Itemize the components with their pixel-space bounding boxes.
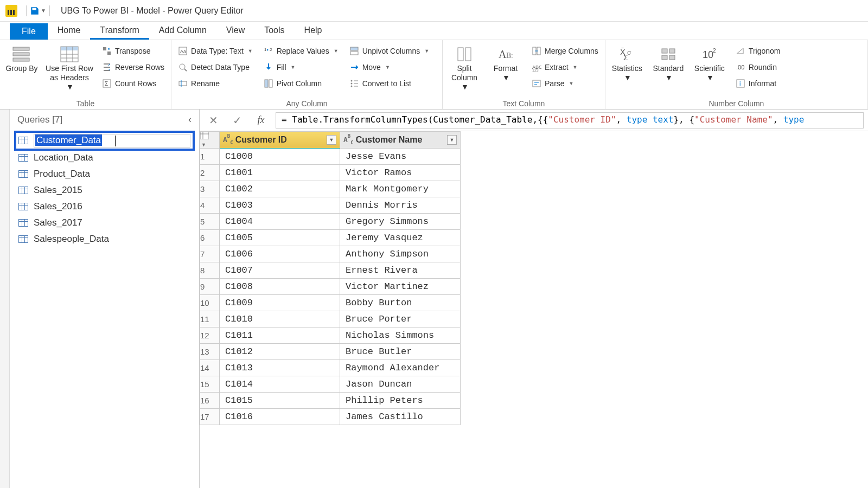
cell-customer-id[interactable]: C1014 [220, 376, 340, 393]
row-number[interactable]: 11 [200, 311, 220, 328]
cell-customer-name[interactable]: Gregory Simmons [340, 214, 461, 230]
cell-customer-name[interactable]: Phillip Peters [340, 393, 461, 409]
cell-customer-name[interactable]: Mark Montgomery [340, 181, 461, 197]
data-grid[interactable]: ▼ ABC Customer ID ▼ ABC Customer Nam [200, 131, 868, 488]
cell-customer-name[interactable]: Jesse Evans [340, 149, 461, 165]
row-number[interactable]: 17 [200, 409, 220, 425]
query-item[interactable]: Sales_2017 [15, 215, 194, 231]
cell-customer-id[interactable]: C1016 [220, 409, 340, 425]
cell-customer-id[interactable]: C1004 [220, 214, 340, 230]
replace-values-button[interactable]: 12Replace Values▼ [261, 43, 341, 59]
collapse-pane-icon[interactable]: ‹ [188, 114, 192, 125]
table-row[interactable]: 1C1000Jesse Evans [200, 149, 461, 165]
standard-button[interactable]: Standard▼ [649, 42, 688, 85]
table-row[interactable]: 16C1015Phillip Peters [200, 393, 461, 409]
tab-transform[interactable]: Transform [90, 22, 149, 40]
tab-file[interactable]: File [10, 23, 48, 40]
cell-customer-id[interactable]: C1013 [220, 360, 340, 376]
fill-button[interactable]: Fill▼ [261, 60, 341, 75]
cell-customer-name[interactable]: Nicholas Simmons [340, 328, 461, 344]
table-row[interactable]: 5C1004Gregory Simmons [200, 214, 461, 230]
row-number[interactable]: 5 [200, 214, 220, 230]
column-header-customer-id[interactable]: ABC Customer ID ▼ [220, 132, 340, 149]
cell-customer-id[interactable]: C1009 [220, 295, 340, 311]
row-number[interactable]: 15 [200, 376, 220, 393]
cell-customer-id[interactable]: C1006 [220, 246, 340, 262]
table-row[interactable]: 14C1013Raymond Alexander [200, 360, 461, 376]
row-number[interactable]: 3 [200, 181, 220, 197]
scientific-button[interactable]: 102 Scientific▼ [690, 42, 729, 85]
row-number[interactable]: 7 [200, 246, 220, 262]
query-item[interactable]: Salespeople_Data [15, 231, 194, 247]
row-number[interactable]: 4 [200, 197, 220, 214]
row-number[interactable]: 12 [200, 328, 220, 344]
fx-icon[interactable]: fx [252, 113, 270, 128]
pivot-column-button[interactable]: Pivot Column [261, 76, 341, 91]
cell-customer-name[interactable]: Jeremy Vasquez [340, 230, 461, 246]
cell-customer-id[interactable]: C1001 [220, 165, 340, 181]
unpivot-columns-button[interactable]: Unpivot Columns▼ [347, 43, 432, 59]
split-column-button[interactable]: Split Column▼ [445, 42, 484, 93]
cell-customer-name[interactable]: Dennis Morris [340, 197, 461, 214]
commit-formula-button[interactable]: ✓ [228, 113, 246, 128]
extract-button[interactable]: ABC123Extract▼ [529, 60, 601, 75]
tab-help[interactable]: Help [295, 22, 332, 40]
table-row[interactable]: 10C1009Bobby Burton [200, 295, 461, 311]
cell-customer-id[interactable]: C1003 [220, 197, 340, 214]
row-number[interactable]: 13 [200, 344, 220, 360]
cell-customer-name[interactable]: Jason Duncan [340, 376, 461, 393]
qat-dropdown-icon[interactable]: ▼ [41, 8, 46, 14]
table-corner-button[interactable]: ▼ [200, 132, 220, 149]
row-number[interactable]: 8 [200, 262, 220, 279]
query-item[interactable]: Sales_2016 [15, 198, 194, 215]
trigonometry-button[interactable]: Trigonom [733, 43, 783, 59]
table-row[interactable]: 11C1010Bruce Porter [200, 311, 461, 328]
row-number[interactable]: 9 [200, 279, 220, 295]
cell-customer-id[interactable]: C1005 [220, 230, 340, 246]
detect-data-type-button[interactable]: Detect Data Type [176, 60, 255, 75]
row-number[interactable]: 1 [200, 149, 220, 165]
cell-customer-name[interactable]: James Castillo [340, 409, 461, 425]
table-row[interactable]: 6C1005Jeremy Vasquez [200, 230, 461, 246]
format-button[interactable]: ABC Format▼ [486, 42, 525, 85]
column-filter-icon[interactable]: ▼ [327, 135, 336, 145]
information-button[interactable]: iInformat [733, 76, 783, 91]
tab-home[interactable]: Home [48, 22, 91, 40]
column-filter-icon[interactable]: ▼ [447, 135, 457, 145]
cell-customer-name[interactable]: Bruce Porter [340, 311, 461, 328]
rounding-button[interactable]: .00Roundin [733, 60, 783, 75]
table-row[interactable]: 4C1003Dennis Morris [200, 197, 461, 214]
cell-customer-id[interactable]: C1011 [220, 328, 340, 344]
query-item[interactable]: Sales_2015 [15, 182, 194, 198]
group-by-button[interactable]: Group By [2, 42, 41, 75]
convert-to-list-button[interactable]: Convert to List [347, 76, 432, 91]
merge-columns-button[interactable]: Merge Columns [529, 43, 601, 59]
table-row[interactable]: 12C1011Nicholas Simmons [200, 328, 461, 344]
query-item[interactable]: Location_Data [15, 150, 194, 166]
table-row[interactable]: 17C1016James Castillo [200, 409, 461, 425]
query-rename-input[interactable]: Customer_Data [35, 134, 102, 146]
row-number[interactable]: 2 [200, 165, 220, 181]
cell-customer-id[interactable]: C1007 [220, 262, 340, 279]
query-item[interactable]: Product_Data [15, 166, 194, 182]
table-row[interactable]: 15C1014Jason Duncan [200, 376, 461, 393]
tab-add-column[interactable]: Add Column [149, 22, 216, 40]
row-number[interactable]: 14 [200, 360, 220, 376]
cell-customer-id[interactable]: C1002 [220, 181, 340, 197]
cell-customer-name[interactable]: Bobby Burton [340, 295, 461, 311]
row-number[interactable]: 16 [200, 393, 220, 409]
use-first-row-headers-button[interactable]: Use First Row as Headers▼ [43, 42, 95, 93]
count-rows-button[interactable]: ΣCount Rows [100, 76, 167, 91]
transpose-button[interactable]: Transpose [100, 43, 167, 59]
move-button[interactable]: Move▼ [347, 60, 432, 75]
table-row[interactable]: 2C1001Victor Ramos [200, 165, 461, 181]
cell-customer-name[interactable]: Ernest Rivera [340, 262, 461, 279]
data-type-button[interactable]: AaData Type: Text▼ [176, 43, 255, 59]
table-row[interactable]: 8C1007Ernest Rivera [200, 262, 461, 279]
table-row[interactable]: 7C1006Anthony Simpson [200, 246, 461, 262]
formula-input[interactable]: = Table.TransformColumnTypes(Customer_Da… [276, 112, 864, 129]
cell-customer-id[interactable]: C1008 [220, 279, 340, 295]
cell-customer-id[interactable]: C1010 [220, 311, 340, 328]
parse-button[interactable]: Parse▼ [529, 76, 601, 91]
column-header-customer-name[interactable]: ABC Customer Name ▼ [340, 132, 461, 149]
